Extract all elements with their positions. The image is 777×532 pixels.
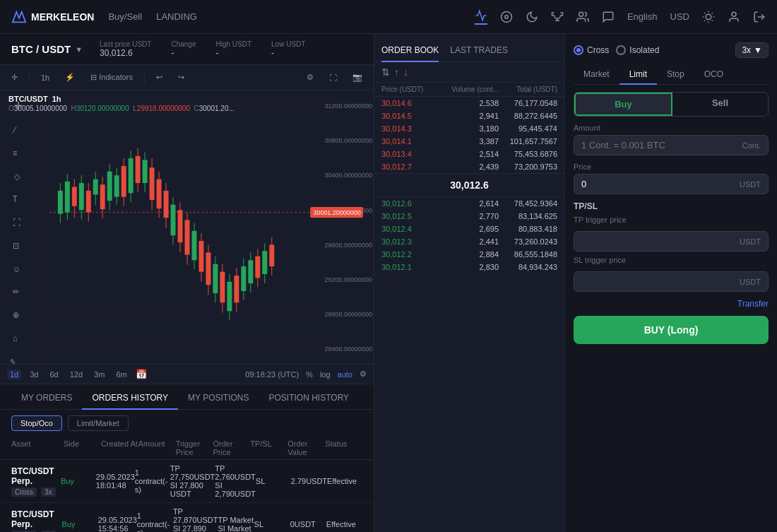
- svg-rect-131: [0, 90, 48, 384]
- nav-currency[interactable]: USD: [670, 11, 689, 22]
- filter-limit-market[interactable]: Limit/Market: [68, 415, 129, 431]
- person-group-icon[interactable]: [576, 11, 589, 23]
- fullscreen-btn[interactable]: ⛶: [325, 72, 341, 83]
- target-icon[interactable]: [500, 11, 513, 23]
- svg-text:≡: ≡: [13, 148, 18, 158]
- tf-3m[interactable]: 3m: [91, 370, 107, 379]
- order-sub-tabs: Market Limit Stop OCO: [574, 65, 769, 85]
- svg-text:✏: ✏: [13, 288, 20, 297]
- undo-btn[interactable]: ↩: [152, 71, 167, 83]
- ob-tabs: ORDER BOOK LAST TRADES: [374, 34, 564, 62]
- timeframes: 1d 3d 6d 12d 3m 6m 📅: [7, 369, 147, 379]
- tab-stop[interactable]: Stop: [657, 65, 694, 85]
- radio-cross[interactable]: Cross: [574, 45, 609, 55]
- tab-oco[interactable]: OCO: [694, 65, 733, 85]
- right-panel: Cross Isolated 3x ▼ Market Limit Stop OC…: [565, 34, 777, 532]
- svg-point-4: [706, 14, 711, 20]
- calendar-btn[interactable]: 📅: [136, 369, 147, 379]
- crosshair-tool[interactable]: ✛: [7, 71, 22, 83]
- tf-12d[interactable]: 12d: [67, 370, 85, 379]
- orders-table-header: Asset Side Created At Amount Trigger Pri…: [0, 437, 374, 460]
- ticker-last-price: Last price USDT 30,012.6: [100, 40, 151, 58]
- list-item: 30,012.6 2,614 78,452.9364: [374, 197, 564, 210]
- left-panel: BTC / USDT ▼ Last price USDT 30,012.6 Ch…: [0, 34, 374, 532]
- screenshot-btn[interactable]: 📷: [348, 71, 367, 83]
- arrow-down-icon[interactable]: ↓: [403, 66, 408, 78]
- transfer-link[interactable]: Transfer: [574, 299, 769, 309]
- orders-filter: Stop/Oco Limit/Market: [0, 410, 374, 437]
- nav-buy-sell[interactable]: Buy/Sell: [108, 11, 142, 22]
- logout-icon[interactable]: [753, 11, 766, 23]
- svg-rect-100: [213, 264, 218, 294]
- middle-panel: ORDER BOOK LAST TRADES ⇅ ↑ ↓ Price (USDT…: [374, 34, 565, 532]
- tab-my-positions[interactable]: MY POSITIONS: [178, 387, 259, 410]
- amount-input[interactable]: [581, 140, 738, 150]
- svg-text:30001.20000000: 30001.20000000: [313, 208, 360, 215]
- svg-text:⊕: ⊕: [13, 311, 20, 320]
- settings-chart-btn[interactable]: ⚙: [302, 71, 318, 83]
- tpsl-label: TP/SL: [574, 201, 769, 211]
- buy-long-button[interactable]: BUY (Long): [574, 316, 769, 344]
- chart-ohlc: BTC/USDT 1h O30005.10000000 H30120.00000…: [8, 95, 235, 112]
- filter-stop-oco[interactable]: Stop/Oco: [11, 415, 62, 431]
- ticker-info: Last price USDT 30,012.6 Change - High U…: [100, 40, 305, 58]
- arrows-both-icon[interactable]: ⇅: [381, 66, 390, 78]
- tf-1d[interactable]: 1d: [7, 370, 21, 379]
- chart-ohlc-values: O30005.10000000 H30120.00000000 L29918.0…: [8, 105, 235, 112]
- svg-rect-61: [121, 166, 126, 197]
- radio-isolated-dot: [616, 45, 626, 55]
- tab-limit[interactable]: Limit: [619, 65, 657, 85]
- leverage-select[interactable]: 3x ▼: [735, 42, 769, 58]
- tab-position-history[interactable]: POSITION HISTORY: [259, 387, 360, 410]
- svg-rect-91: [191, 231, 196, 261]
- svg-rect-52: [100, 184, 105, 209]
- tab-market[interactable]: Market: [574, 65, 619, 85]
- chart-icon[interactable]: [475, 9, 487, 25]
- trophy-icon[interactable]: [551, 11, 564, 23]
- sun-icon[interactable]: [702, 11, 715, 23]
- svg-point-1: [501, 11, 511, 22]
- ticker-high: High USDT -: [215, 40, 251, 58]
- logo[interactable]: MERKELEON: [11, 9, 94, 25]
- redo-btn[interactable]: ↪: [174, 71, 189, 83]
- tf-6m[interactable]: 6m: [113, 370, 129, 379]
- sl-trigger-input-wrapper: USDT: [574, 271, 769, 292]
- tp-suffix: USDT: [740, 237, 761, 246]
- bs-sell[interactable]: Sell: [672, 93, 768, 116]
- nav-lang[interactable]: English: [627, 11, 658, 22]
- svg-point-13: [732, 12, 736, 16]
- price-input[interactable]: [581, 179, 735, 189]
- svg-rect-37: [65, 182, 70, 213]
- tf-3d[interactable]: 3d: [27, 370, 41, 379]
- bs-buy[interactable]: Buy: [574, 93, 672, 116]
- svg-point-3: [579, 12, 583, 16]
- chart-canvas: 31200.00000000 30800.00000000 30400.0000…: [0, 90, 374, 384]
- list-item: 30,013.4 2,514 75,453.6876: [374, 148, 564, 160]
- tab-orders-history[interactable]: ORDERS HISTORY: [82, 387, 178, 410]
- nav-landing[interactable]: LANDING: [156, 11, 197, 22]
- chart-type-btn[interactable]: ⚡: [61, 71, 79, 83]
- radio-isolated[interactable]: Isolated: [616, 45, 659, 55]
- ticker-pair[interactable]: BTC / USDT ▼: [11, 43, 83, 55]
- svg-text:29200.00000000: 29200.00000000: [325, 275, 372, 283]
- svg-rect-73: [150, 167, 155, 200]
- tab-my-orders[interactable]: MY ORDERS: [11, 387, 82, 410]
- account-icon[interactable]: [728, 11, 740, 23]
- list-item: 30,014.3 3,180 95,445.474: [374, 122, 564, 135]
- chart-bottom-right: 09:18:23 (UTC) % log auto ⚙: [245, 370, 367, 379]
- ticker-low: Low USDT -: [271, 40, 305, 58]
- chat-icon[interactable]: [602, 11, 615, 23]
- tp-trigger-input[interactable]: [581, 236, 735, 247]
- tab-last-trades[interactable]: LAST TRADES: [450, 45, 508, 62]
- tf-6d[interactable]: 6d: [47, 370, 61, 379]
- sl-trigger-input[interactable]: [581, 276, 735, 287]
- moon-icon[interactable]: [526, 11, 538, 23]
- amount-suffix: Cont.: [742, 141, 761, 150]
- tpsl-section: TP/SL TP trigger price USDT SL trigger p…: [574, 201, 769, 292]
- tab-order-book[interactable]: ORDER BOOK: [381, 45, 439, 62]
- price-input-wrapper: USDT: [574, 174, 769, 194]
- interval-btn[interactable]: 1h: [37, 72, 54, 83]
- arrow-up-icon[interactable]: ↑: [394, 66, 399, 78]
- svg-rect-112: [241, 266, 246, 291]
- indicators-btn[interactable]: ⊟ Indicators: [86, 71, 137, 83]
